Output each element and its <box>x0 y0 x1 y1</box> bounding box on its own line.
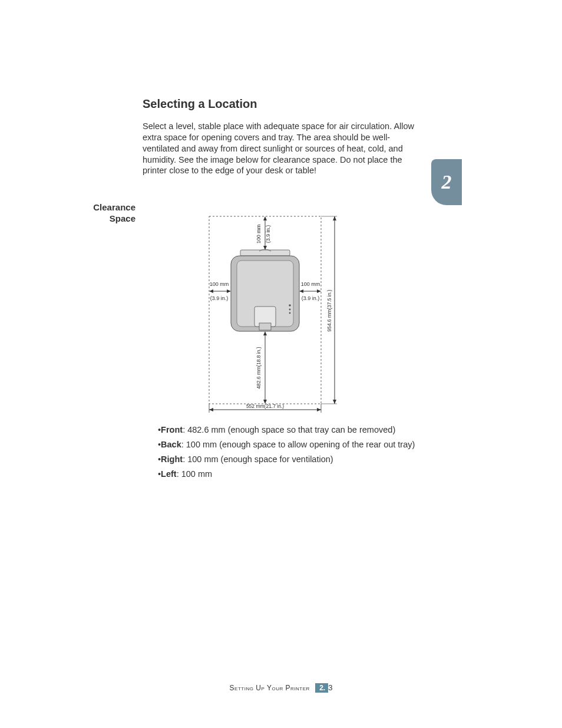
top-mm-label: 100 mm <box>256 225 262 244</box>
bullet-right: •Right: 100 mm (enough space for ventila… <box>158 454 417 465</box>
footer-section: Setting Up Your Printer <box>230 684 310 692</box>
printer-icon <box>231 249 299 331</box>
svg-point-17 <box>289 309 291 311</box>
svg-marker-23 <box>209 289 213 293</box>
left-mm-label: 100 mm <box>210 281 229 287</box>
intro-paragraph: Select a level, stable place with adequa… <box>143 121 416 176</box>
svg-marker-8 <box>333 400 336 404</box>
width-label: 552 mm(21.7 in.) <box>246 403 284 409</box>
svg-point-16 <box>289 304 291 307</box>
right-in-label: (3.9 in.) <box>302 295 320 301</box>
right-mm-label: 100 mm <box>301 281 320 287</box>
svg-marker-20 <box>263 216 267 220</box>
footer-page: 3 <box>328 683 332 692</box>
chapter-number: 2 <box>442 171 452 193</box>
svg-marker-2 <box>209 408 213 411</box>
bullet-front: •Front: 482.6 mm (enough space so that t… <box>158 424 417 436</box>
total-height-label: 954.6 mm(37.5 in.) <box>326 289 332 332</box>
clearance-bullets: •Front: 482.6 mm (enough space so that t… <box>158 424 417 483</box>
svg-rect-11 <box>240 250 290 256</box>
svg-rect-15 <box>259 323 271 330</box>
front-depth-label: 482.6 mm(18.8 in.) <box>256 347 262 389</box>
page-footer: Setting Up Your Printer 2.3 <box>0 682 562 693</box>
page-heading: Selecting a Location <box>143 97 257 111</box>
top-in-label: (3.9 in.) <box>265 225 271 243</box>
svg-marker-27 <box>317 289 321 293</box>
svg-marker-29 <box>263 331 267 335</box>
sidebar-heading: Clearance Space <box>74 202 135 225</box>
svg-marker-26 <box>299 289 303 293</box>
bullet-back: •Back: 100 mm (enough space to allow ope… <box>158 439 417 450</box>
chapter-tab: 2 <box>431 159 462 205</box>
svg-marker-24 <box>227 289 231 293</box>
footer-chapter: 2. <box>315 683 328 693</box>
clearance-diagram: 552 mm(21.7 in.) 954.6 mm(37.5 in.) <box>206 213 342 414</box>
svg-marker-3 <box>317 408 321 411</box>
svg-marker-7 <box>333 216 336 220</box>
bullet-left: •Left: 100 mm <box>158 469 417 480</box>
left-in-label: (3.9 in.) <box>210 295 229 301</box>
svg-point-18 <box>289 312 291 314</box>
manual-page: Selecting a Location Select a level, sta… <box>0 0 562 728</box>
